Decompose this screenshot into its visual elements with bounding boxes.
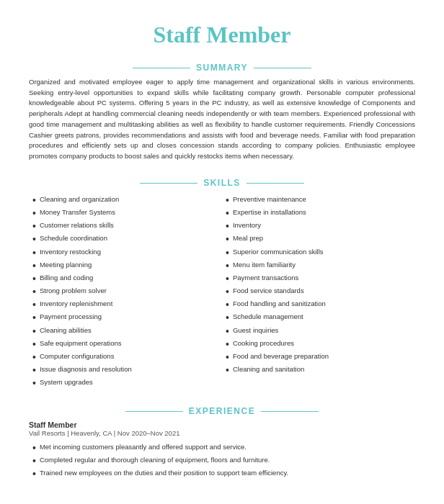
skill-label: Issue diagnosis and resolution [40, 364, 132, 375]
skill-item: •Customer relations skills [32, 220, 218, 233]
bullet-icon: • [226, 194, 229, 207]
skills-section: SKILLS •Cleaning and organization•Money … [29, 178, 415, 390]
skill-item: •Strong problem solver [32, 285, 218, 298]
skill-label: Strong problem solver [40, 285, 107, 297]
skill-label: Meeting planning [40, 259, 92, 271]
bullet-icon: • [32, 467, 36, 480]
bullet-icon: • [32, 338, 36, 351]
skill-label: Cleaning and sanitation [233, 364, 304, 375]
skill-item: •Meeting planning [32, 259, 218, 272]
skill-label: Inventory [233, 220, 261, 231]
bullet-icon: • [32, 194, 36, 207]
skill-item: •Menu item familiarity [226, 259, 412, 272]
skill-label: Money Transfer Systems [40, 207, 115, 218]
skill-label: Payment transactions [233, 272, 298, 284]
bullet-icon: • [226, 285, 229, 298]
summary-heading: SUMMARY [29, 63, 415, 73]
skill-label: Food handling and sanitization [233, 298, 326, 310]
bullet-icon: • [32, 454, 36, 467]
resume-page: Staff Member SUMMARY Organized and motiv… [0, 0, 444, 504]
bullet-icon: • [32, 351, 36, 364]
skill-item: •Schedule coordination [32, 233, 218, 246]
skill-item: •Inventory restocking [32, 246, 218, 259]
job-title: Staff Member [29, 420, 415, 429]
bullet-icon: • [32, 259, 36, 272]
bullet-icon: • [226, 325, 229, 338]
page-title: Staff Member [29, 22, 415, 48]
bullet-icon: • [32, 246, 36, 259]
skill-label: Safe equipment operations [40, 338, 122, 349]
skills-right-column: •Preventive maintenance•Expertise in ins… [222, 194, 415, 390]
skill-item: •Billing and coding [32, 272, 218, 285]
bullet-icon: • [226, 259, 229, 272]
skill-label: Customer relations skills [40, 220, 114, 231]
bullet-icon: • [32, 285, 36, 298]
experience-section: EXPERIENCE Staff MemberVail Resorts | He… [29, 406, 415, 481]
skill-item: •Superior communication skills [226, 246, 412, 259]
skills-left-column: •Cleaning and organization•Money Transfe… [29, 194, 222, 390]
bullet-icon: • [226, 364, 229, 377]
bullet-icon: • [32, 220, 36, 233]
bullet-icon: • [32, 207, 36, 220]
skill-item: •Schedule management [226, 311, 412, 324]
skill-label: Preventive maintenance [233, 194, 306, 205]
experience-bullet: •Met incoming customers pleasantly and o… [32, 441, 415, 454]
bullet-icon: • [226, 207, 229, 220]
skill-item: •Guest inquiries [226, 325, 412, 338]
skill-item: •Preventive maintenance [226, 194, 412, 207]
skill-item: •Payment transactions [226, 272, 412, 285]
bullet-icon: • [32, 298, 36, 311]
skill-item: •Issue diagnosis and resolution [32, 364, 218, 377]
bullet-icon: • [32, 311, 36, 324]
skill-item: •Money Transfer Systems [32, 207, 218, 220]
bullet-icon: • [32, 325, 36, 338]
bullet-icon: • [32, 364, 36, 377]
experience-heading: EXPERIENCE [29, 406, 415, 416]
skill-label: Superior communication skills [233, 246, 324, 258]
skill-label: Cleaning and organization [40, 194, 119, 205]
bullet-icon: • [32, 441, 36, 454]
skill-item: •Food service standards [226, 285, 412, 298]
bullet-icon: • [32, 377, 36, 390]
skill-label: Meal prep [233, 233, 263, 244]
skill-item: •Food and beverage preparation [226, 351, 412, 364]
skill-label: Inventory restocking [40, 246, 101, 258]
bullet-icon: • [226, 311, 229, 324]
skill-label: Food service standards [233, 285, 304, 297]
summary-text: Organized and motivated employee eager t… [29, 77, 415, 162]
skills-heading: SKILLS [29, 178, 415, 188]
bullet-icon: • [226, 246, 229, 259]
skill-label: Expertise in installations [233, 207, 306, 218]
skill-label: Guest inquiries [233, 325, 278, 336]
skill-label: Cleaning abilities [40, 325, 92, 336]
summary-section: SUMMARY Organized and motivated employee… [29, 63, 415, 162]
skill-item: •Cleaning and sanitation [226, 364, 412, 377]
skill-item: •Expertise in installations [226, 207, 412, 220]
bullet-icon: • [226, 298, 229, 311]
experience-bullet: •Completed regular and thorough cleaning… [32, 454, 415, 467]
skill-label: Food and beverage preparation [233, 351, 329, 362]
skill-label: Computer configurations [40, 351, 115, 362]
skill-label: Payment processing [40, 311, 102, 323]
skills-grid: •Cleaning and organization•Money Transfe… [29, 194, 415, 390]
skill-label: Schedule management [233, 311, 303, 323]
job-meta: Vail Resorts | Heavenly, CA | Nov 2020–N… [29, 429, 415, 437]
skill-item: •Computer configurations [32, 351, 218, 364]
skill-label: Menu item familiarity [233, 259, 296, 271]
experience-bullet: •Trained new employees on the duties and… [32, 467, 415, 480]
skill-label: Schedule coordination [40, 233, 107, 244]
skill-item: •System upgrades [32, 377, 218, 390]
bullet-icon: • [32, 272, 36, 285]
skill-item: •Food handling and sanitization [226, 298, 412, 311]
bullet-icon: • [226, 338, 229, 351]
skill-item: •Payment processing [32, 311, 218, 324]
bullet-icon: • [32, 233, 36, 246]
skill-item: •Inventory [226, 220, 412, 233]
skill-label: Cooking procedures [233, 338, 294, 349]
bullet-icon: • [226, 351, 229, 364]
skill-item: •Cleaning abilities [32, 325, 218, 338]
skill-item: •Meal prep [226, 233, 412, 246]
bullet-icon: • [226, 220, 229, 233]
skill-item: •Cleaning and organization [32, 194, 218, 207]
job-entry: Staff MemberVail Resorts | Heavenly, CA … [29, 420, 415, 481]
